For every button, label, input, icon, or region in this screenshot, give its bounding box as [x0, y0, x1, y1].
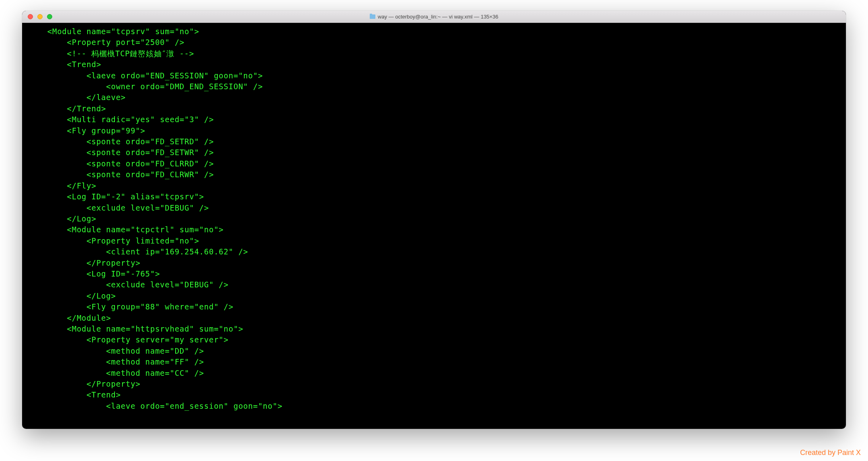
terminal-line: <Log ID="-2" alias="tcpsrv">: [28, 192, 204, 201]
terminal-line: <method name="DD" />: [28, 346, 204, 355]
terminal-window: way — octerboy@ora_lin:~ — vi way.xml — …: [22, 11, 846, 429]
terminal-line: <!-- 杩欐槸TCP鏈嶅姟妯″潡 -->: [28, 49, 194, 58]
terminal-line: </Log>: [28, 291, 116, 300]
window-title: way — octerboy@ora_lin:~ — vi way.xml — …: [378, 14, 498, 20]
terminal-line: <sponte ordo="FD_SETRD" />: [28, 137, 214, 146]
terminal-body[interactable]: <Module name="tcpsrv" sum="no"> <Propert…: [22, 23, 846, 415]
terminal-line: <exclude level="DEBUG" />: [28, 280, 229, 289]
terminal-line: <sponte ordo="FD_CLRWR" />: [28, 170, 214, 179]
terminal-line: <laeve ordo="END_SESSION" goon="no">: [28, 71, 263, 80]
watermark-text: Created by Paint X: [800, 449, 861, 457]
terminal-line: <client ip="169.254.60.62" />: [28, 247, 248, 256]
terminal-line: <Trend>: [28, 390, 121, 399]
terminal-line: </laeve>: [28, 93, 126, 102]
close-icon[interactable]: [28, 14, 33, 19]
terminal-line: <Property port="2500" />: [28, 38, 184, 47]
terminal-line: <sponte ordo="FD_CLRRD" />: [28, 159, 214, 168]
terminal-line: <sponte ordo="FD_SETWR" />: [28, 148, 214, 157]
terminal-line: </Module>: [28, 313, 111, 322]
terminal-line: <method name="CC" />: [28, 369, 204, 377]
minimize-icon[interactable]: [37, 14, 43, 19]
traffic-lights: [22, 14, 52, 19]
terminal-line: </Log>: [28, 214, 96, 223]
title-wrap: way — octerboy@ora_lin:~ — vi way.xml — …: [370, 14, 498, 20]
terminal-line: </Property>: [28, 379, 140, 388]
terminal-line: <Module name="tcpsrv" sum="no">: [28, 27, 199, 36]
terminal-line: </Property>: [28, 258, 140, 267]
terminal-line: <laeve ordo="end_session" goon="no">: [28, 402, 283, 410]
terminal-line: </Fly>: [28, 181, 96, 190]
maximize-icon[interactable]: [47, 14, 52, 19]
terminal-line: <Trend>: [28, 60, 101, 69]
terminal-line: <Property limited="no">: [28, 236, 199, 245]
titlebar: way — octerboy@ora_lin:~ — vi way.xml — …: [22, 11, 846, 23]
terminal-line: <Fly group="88" where="end" />: [28, 302, 233, 311]
terminal-line: <Log ID="-765">: [28, 269, 160, 278]
terminal-line: <exclude level="DEBUG" />: [28, 203, 209, 212]
terminal-line: <Multi radic="yes" seed="3" />: [28, 115, 214, 124]
terminal-line: <method name="FF" />: [28, 357, 204, 366]
terminal-line: <owner ordo="DMD_END_SESSION" />: [28, 82, 263, 91]
terminal-line: <Property server="my server">: [28, 335, 229, 344]
terminal-line: </Trend>: [28, 104, 106, 113]
terminal-line: <Module name="httpsrvhead" sum="no">: [28, 324, 243, 333]
terminal-line: <Fly group="99">: [28, 126, 145, 135]
terminal-line: <Module name="tcpctrl" sum="no">: [28, 225, 224, 234]
folder-icon: [370, 14, 375, 19]
